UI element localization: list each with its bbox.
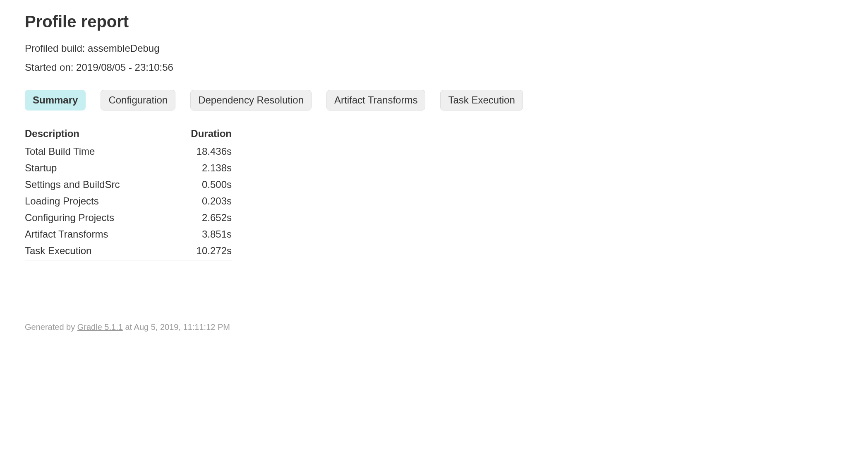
cell-description: Artifact Transforms (25, 226, 170, 243)
table-header-row: Description Duration (25, 125, 232, 143)
cell-description: Configuring Projects (25, 209, 170, 226)
profiled-build-value: assembleDebug (88, 43, 159, 54)
table-row: Loading Projects 0.203s (25, 193, 232, 209)
table-row: Startup 2.138s (25, 160, 232, 176)
started-on-line: Started on: 2019/08/05 - 23:10:56 (25, 62, 843, 73)
table-row: Task Execution 10.272s (25, 243, 232, 260)
cell-description: Loading Projects (25, 193, 170, 209)
cell-description: Total Build Time (25, 143, 170, 160)
tab-list: Summary Configuration Dependency Resolut… (25, 90, 843, 111)
tab-artifact-transforms[interactable]: Artifact Transforms (326, 90, 425, 111)
col-header-duration: Duration (170, 125, 232, 143)
cell-description: Task Execution (25, 243, 170, 260)
footer: Generated by Gradle 5.1.1 at Aug 5, 2019… (25, 322, 843, 332)
profiled-build-line: Profiled build: assembleDebug (25, 43, 843, 54)
cell-duration: 0.500s (170, 176, 232, 193)
table-row: Configuring Projects 2.652s (25, 209, 232, 226)
tab-configuration[interactable]: Configuration (101, 90, 175, 111)
table-row: Settings and BuildSrc 0.500s (25, 176, 232, 193)
tab-summary[interactable]: Summary (25, 90, 86, 111)
footer-at-text: at Aug 5, 2019, 11:11:12 PM (125, 322, 230, 332)
table-row: Artifact Transforms 3.851s (25, 226, 232, 243)
tab-dependency-resolution[interactable]: Dependency Resolution (190, 90, 312, 111)
footer-gradle-link[interactable]: Gradle 5.1.1 (77, 322, 123, 332)
cell-description: Settings and BuildSrc (25, 176, 170, 193)
footer-generated-by: Generated by (25, 322, 75, 332)
cell-duration: 0.203s (170, 193, 232, 209)
started-on-value: 2019/08/05 - 23:10:56 (76, 62, 173, 73)
cell-duration: 3.851s (170, 226, 232, 243)
tab-task-execution[interactable]: Task Execution (440, 90, 523, 111)
cell-duration: 2.652s (170, 209, 232, 226)
page-title: Profile report (25, 12, 843, 31)
col-header-description: Description (25, 125, 170, 143)
table-row: Total Build Time 18.436s (25, 143, 232, 160)
started-on-label: Started on: (25, 62, 73, 73)
cell-duration: 2.138s (170, 160, 232, 176)
profiled-build-label: Profiled build: (25, 43, 85, 54)
cell-duration: 10.272s (170, 243, 232, 260)
cell-duration: 18.436s (170, 143, 232, 160)
cell-description: Startup (25, 160, 170, 176)
summary-table: Description Duration Total Build Time 18… (25, 125, 232, 260)
